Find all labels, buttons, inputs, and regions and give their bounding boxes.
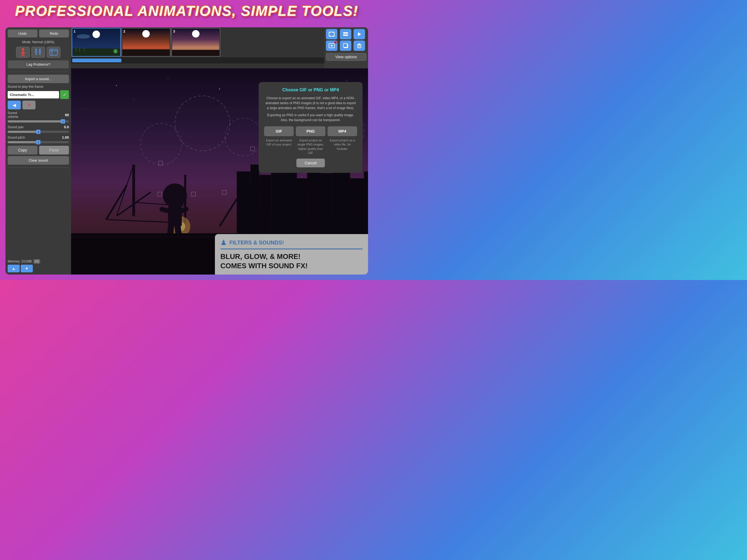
sound-pan-label: Sound pan xyxy=(8,125,24,129)
sound-pitch-thumb[interactable] xyxy=(36,140,41,144)
svg-line-4 xyxy=(21,54,23,57)
sound-to-play-label: Sound to play this frame: xyxy=(8,85,69,88)
frame-thumb-1[interactable]: 1 xyxy=(72,28,121,57)
sound-volume-track[interactable] xyxy=(8,120,69,123)
export-modal: Choose GIF or PNG or MP4 Choose to expor… xyxy=(259,82,363,173)
svg-point-31 xyxy=(142,30,150,37)
view-options-button[interactable]: View options xyxy=(326,53,366,61)
mode-label: Mode: Normal (180%) xyxy=(8,40,69,44)
svg-text:♪: ♪ xyxy=(115,50,116,53)
clear-sound-button[interactable]: Clear sound xyxy=(8,156,69,164)
svg-line-17 xyxy=(40,53,41,55)
frames-area: 1 xyxy=(71,27,324,68)
frames-row: 1 xyxy=(71,27,324,57)
modal-desc-2: Exporting as PNG is useful if you want a… xyxy=(264,113,357,123)
modal-title: Choose GIF or PNG or MP4 xyxy=(264,87,357,93)
mem-prev-button[interactable]: ▲ xyxy=(8,265,20,272)
memory-label: Memory: 221MB xyxy=(8,259,32,263)
play-btn[interactable] xyxy=(354,29,365,40)
sound-volume-thumb[interactable] xyxy=(61,119,65,124)
copy-button[interactable]: Copy xyxy=(8,146,37,154)
frame-number-1: 1 xyxy=(74,29,75,33)
sound-volume-slider-row: Soundvolume 90 xyxy=(8,111,69,123)
frame-img-2 xyxy=(122,28,170,56)
modal-desc-1: Choose to export as an animated GIF, vid… xyxy=(264,96,357,110)
svg-rect-40 xyxy=(333,35,334,36)
sound-pitch-fill xyxy=(8,141,38,143)
arrow-row: ◀ ✕ xyxy=(8,101,69,109)
undo-button[interactable]: Undo xyxy=(8,29,37,37)
svg-rect-50 xyxy=(358,45,361,48)
group-icon-btn[interactable] xyxy=(31,47,45,58)
timeline-progress[interactable] xyxy=(72,58,121,62)
memory-arrows: ▲ ▼ xyxy=(8,265,69,272)
app-container: Undo Redo Mode: Normal (180%) xyxy=(5,27,368,275)
memory-question-button[interactable]: (?) xyxy=(33,259,40,263)
icon-btn-grid xyxy=(326,29,366,51)
sound-confirm-button[interactable]: ✓ xyxy=(60,90,69,99)
svg-rect-32 xyxy=(123,49,170,56)
lag-problems-button[interactable]: Lag Problems? xyxy=(8,60,69,68)
sound-name-button[interactable]: Cinematic Tr... xyxy=(8,91,59,98)
import-sound-button[interactable]: Import a sound... xyxy=(8,75,69,83)
frame-img-3 xyxy=(172,28,220,56)
layers-btn[interactable] xyxy=(340,29,351,40)
svg-marker-43 xyxy=(358,32,361,36)
person-icon-btn[interactable] xyxy=(16,47,30,58)
gif-button[interactable]: GIF xyxy=(264,126,294,136)
sound-pan-thumb[interactable] xyxy=(36,130,41,134)
sound-pan-value: 0.0 xyxy=(64,125,69,129)
delete-btn[interactable] xyxy=(354,41,365,51)
svg-rect-38 xyxy=(333,32,334,33)
png-button[interactable]: PNG xyxy=(296,126,325,136)
svg-rect-48 xyxy=(358,44,360,44)
svg-rect-39 xyxy=(330,35,331,36)
sound-volume-label: Soundvolume xyxy=(8,111,18,119)
copy-paste-row: Copy Paste xyxy=(8,146,69,154)
svg-rect-41 xyxy=(343,32,348,34)
right-controls: View options xyxy=(324,27,368,68)
svg-point-12 xyxy=(39,49,41,50)
png-desc: Export project as single PNG images, hig… xyxy=(296,138,325,155)
divider-2 xyxy=(8,167,69,168)
svg-line-11 xyxy=(36,53,37,55)
film-btn[interactable] xyxy=(326,29,337,40)
sound-pitch-label: Sound pitch xyxy=(8,136,25,139)
timeline-bar xyxy=(71,57,324,63)
frame-img-1: ♪ xyxy=(72,28,120,56)
sound-volume-value: 90 xyxy=(65,113,69,117)
redo-button[interactable]: Redo xyxy=(39,29,69,37)
svg-rect-42 xyxy=(343,34,348,36)
frame-thumb-2[interactable]: 2 xyxy=(121,28,171,57)
sound-pan-slider-row: Sound pan 0.0 xyxy=(8,125,69,134)
svg-rect-35 xyxy=(172,50,220,56)
svg-rect-47 xyxy=(343,44,347,47)
banner-title: PROFESSIONAL ANIMATIONS, SIMPLE TOOLS! xyxy=(15,3,358,19)
record-btn[interactable] xyxy=(326,41,337,51)
svg-line-5 xyxy=(23,54,25,57)
clear-sound-x-button[interactable]: ✕ xyxy=(22,101,35,109)
memory-row: Memory: 221MB (?) xyxy=(8,259,69,263)
gif-desc: Export an animated GIF of your project xyxy=(264,138,294,155)
prev-sound-button[interactable]: ◀ xyxy=(8,101,21,109)
main-content: Import a sound... Sound to play this fra… xyxy=(5,68,368,275)
paste-button[interactable]: Paste xyxy=(39,146,69,154)
sound-pan-fill xyxy=(8,131,38,133)
frame-number-3: 3 xyxy=(173,29,175,33)
copy-frame-btn[interactable] xyxy=(340,41,351,51)
top-left-spacer: Undo Redo Mode: Normal (180%) xyxy=(5,27,71,68)
frame-icon-btn[interactable] xyxy=(47,47,60,58)
mem-next-button[interactable]: ▼ xyxy=(21,265,33,272)
sound-pitch-track[interactable] xyxy=(8,141,69,143)
mp4-button[interactable]: MP4 xyxy=(328,126,357,136)
cancel-button[interactable]: Cancel xyxy=(297,159,325,167)
svg-point-22 xyxy=(93,31,100,38)
sound-volume-fill xyxy=(8,120,63,123)
canvas-area[interactable]: Choose GIF or PNG or MP4 Choose to expor… xyxy=(71,68,368,275)
frame-thumb-3[interactable]: 3 xyxy=(171,28,221,57)
app-banner: PROFESSIONAL ANIMATIONS, SIMPLE TOOLS! xyxy=(0,3,374,19)
sound-pan-track[interactable] xyxy=(8,131,69,133)
svg-rect-37 xyxy=(330,32,331,33)
undo-redo-row: Undo Redo xyxy=(8,29,69,37)
left-sidebar: Import a sound... Sound to play this fra… xyxy=(5,68,71,275)
